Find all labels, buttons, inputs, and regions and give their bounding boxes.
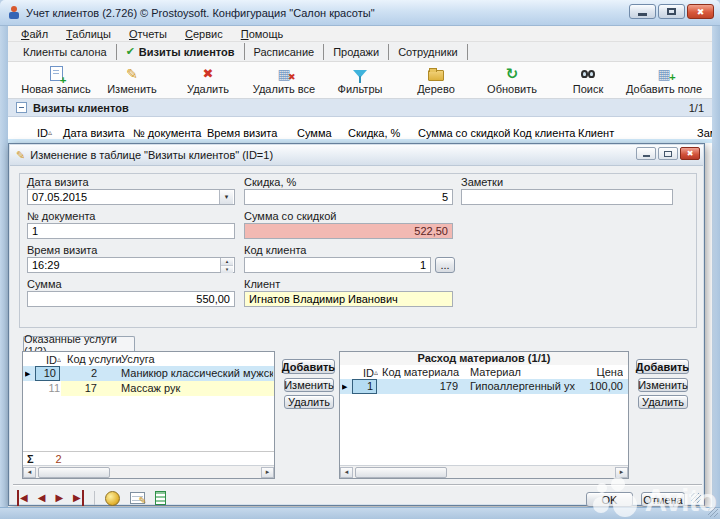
tab-salon-clients[interactable]: Клиенты салона xyxy=(14,44,117,60)
tree-folder-icon xyxy=(428,65,444,82)
nav-first-button[interactable]: ◀ xyxy=(17,490,28,506)
application-window: Учет клиентов (2.726) © Prostoysoft. Кон… xyxy=(0,0,720,519)
scroll-right-icon[interactable]: ▸ xyxy=(615,467,628,478)
dialog-controls: ✖ xyxy=(636,147,700,160)
tab-sales[interactable]: Продажи xyxy=(324,44,389,60)
client-field[interactable]: Игнатов Владимир Иванович xyxy=(244,291,453,307)
nav-prev-button[interactable]: ◀ xyxy=(38,490,46,506)
materials-col-name[interactable]: Материал xyxy=(470,365,560,380)
binoculars-icon xyxy=(581,65,595,82)
menu-file[interactable]: Файл xyxy=(12,27,57,41)
tree-button[interactable]: Дерево xyxy=(398,64,474,96)
menu-tables[interactable]: Таблицы xyxy=(57,27,120,41)
materials-table-title: Расход материалов (1/1) xyxy=(340,352,628,365)
search-button[interactable]: Поиск xyxy=(550,64,626,96)
menu-service[interactable]: Сервис xyxy=(176,27,232,41)
minimize-button[interactable] xyxy=(629,4,656,19)
nav-last-button[interactable]: ▶ xyxy=(73,490,84,506)
close-button[interactable]: ✖ xyxy=(687,4,714,19)
visit-date-dropdown-icon[interactable]: ▾ xyxy=(219,190,233,204)
column-header-discount-amount[interactable]: Сумма со скидкой xyxy=(418,127,511,139)
tab-staff[interactable]: Сотрудники xyxy=(389,44,468,60)
services-scroll-thumb[interactable] xyxy=(38,467,110,478)
services-row-2[interactable]: 11 17 Массаж рук xyxy=(23,381,274,396)
column-header-doc-number[interactable]: № документа xyxy=(133,127,202,139)
spin-up-icon[interactable]: ▴ xyxy=(221,258,233,266)
visit-time-field[interactable]: 16:29 ▴▾ xyxy=(27,257,235,273)
materials-scroll-thumb[interactable] xyxy=(355,467,447,478)
maximize-button[interactable] xyxy=(658,4,685,19)
column-header-notes[interactable]: Заметки xyxy=(697,127,712,139)
spin-down-icon[interactable]: ▾ xyxy=(221,266,233,273)
add-field-button[interactable]: ▦+ Добавить поле xyxy=(626,64,702,96)
services-col-name[interactable]: Услуга xyxy=(121,352,221,367)
table-edit-icon[interactable]: ✎ xyxy=(130,492,145,504)
materials-add-button[interactable]: Добавить xyxy=(636,359,689,374)
services-sum-value: 2 xyxy=(56,453,62,465)
ok-button[interactable]: OK xyxy=(586,492,633,507)
nav-next-button[interactable]: ▶ xyxy=(55,490,63,506)
materials-delete-button[interactable]: Удалить xyxy=(638,395,688,409)
services-sum-row: Σ 2 xyxy=(23,451,274,465)
scroll-left-icon[interactable]: ◂ xyxy=(340,467,353,478)
materials-row-1[interactable]: ▶ 1 179 Гипоаллергенный уход 100,00 xyxy=(340,379,628,394)
window-resize-grip[interactable] xyxy=(708,507,718,517)
delete-all-button[interactable]: ▦✖ Удалить все xyxy=(246,64,322,96)
services-delete-button[interactable]: Удалить xyxy=(284,395,334,409)
services-add-button[interactable]: Добавить xyxy=(282,359,335,374)
notes-label: Заметки xyxy=(461,176,503,188)
doc-number-field[interactable]: 1 xyxy=(27,223,235,239)
scroll-left-icon[interactable]: ◂ xyxy=(23,467,36,478)
dialog-maximize-icon xyxy=(664,151,672,157)
services-edit-button[interactable]: Изменить xyxy=(284,378,334,392)
column-header-client-code[interactable]: Код клиента xyxy=(513,127,575,139)
column-header-visit-time[interactable]: Время визита xyxy=(207,127,277,139)
column-header-id[interactable]: ID▵ xyxy=(37,127,52,139)
export-document-icon[interactable] xyxy=(155,491,166,505)
delete-all-icon: ▦✖ xyxy=(277,65,290,82)
services-hscrollbar[interactable]: ◂ ▸ xyxy=(23,465,274,478)
materials-hscrollbar[interactable]: ◂ ▸ xyxy=(340,465,628,478)
materials-row-1-code: 179 xyxy=(382,379,458,394)
dialog-close-button[interactable]: ✖ xyxy=(680,147,700,160)
column-header-visit-date[interactable]: Дата визита xyxy=(63,127,125,139)
column-header-client[interactable]: Клиент xyxy=(578,127,614,139)
column-header-amount[interactable]: Сумма xyxy=(297,127,332,139)
visit-date-label: Дата визита xyxy=(27,176,89,188)
menu-reports[interactable]: Отчеты xyxy=(120,27,176,41)
discount-field[interactable]: 5 xyxy=(244,189,453,205)
menu-help[interactable]: Помощь xyxy=(232,27,293,41)
dialog-minimize-button[interactable] xyxy=(636,147,656,160)
client-browse-button[interactable]: ... xyxy=(435,257,455,273)
discount-label: Скидка, % xyxy=(244,176,296,188)
refresh-icon: ↻ xyxy=(506,65,519,82)
visit-date-field[interactable]: 07.05.2015 ▾ xyxy=(27,189,235,205)
tab-schedule[interactable]: Расписание xyxy=(245,44,325,60)
tab-client-visits[interactable]: ✔ Визиты клиентов xyxy=(117,43,245,60)
materials-col-price[interactable]: Цена xyxy=(565,365,623,380)
materials-edit-button[interactable]: Изменить xyxy=(638,378,688,392)
cancel-button[interactable]: Отмена xyxy=(641,492,685,507)
filters-button[interactable]: Фильтры xyxy=(322,64,398,96)
notes-field[interactable] xyxy=(461,189,673,205)
delete-button[interactable]: ✖ Удалить xyxy=(170,64,246,96)
services-row-1[interactable]: ▶ 10 2 Маникюр классический мужской xyxy=(23,366,274,381)
maximize-icon xyxy=(667,8,676,15)
new-record-button[interactable]: + Новая запись xyxy=(18,64,94,96)
collapse-icon[interactable] xyxy=(16,102,27,113)
column-header-discount[interactable]: Скидка, % xyxy=(348,127,400,139)
history-clock-icon[interactable] xyxy=(105,491,120,506)
visit-time-spinner[interactable]: ▴▾ xyxy=(220,258,233,272)
edit-button[interactable]: ✎ Изменить xyxy=(94,64,170,96)
services-col-code[interactable]: Код услуги xyxy=(67,352,127,367)
materials-col-code[interactable]: Код материала xyxy=(382,365,467,380)
refresh-button[interactable]: ↻ Обновить xyxy=(474,64,550,96)
window-frame-bottom xyxy=(0,507,720,519)
scroll-right-icon[interactable]: ▸ xyxy=(261,467,274,478)
client-code-field[interactable]: 1 xyxy=(244,257,431,273)
amount-field[interactable]: 550,00 xyxy=(27,291,235,307)
dialog-resize-grip[interactable] xyxy=(691,493,701,503)
materials-row-1-price: 100,00 xyxy=(565,379,623,394)
dialog-maximize-button[interactable] xyxy=(658,147,678,160)
minimize-icon xyxy=(638,13,647,16)
